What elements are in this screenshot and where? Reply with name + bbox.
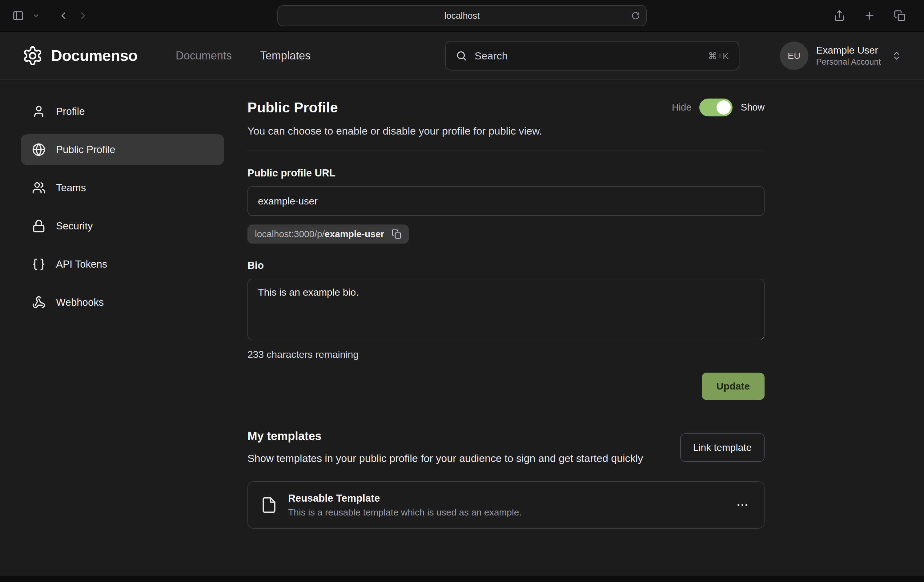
browser-sidebar-chevron-icon[interactable] [30, 10, 42, 21]
user-name: Example User [816, 44, 881, 57]
update-button[interactable]: Update [702, 373, 764, 400]
browser-address-bar[interactable]: localhost [277, 5, 647, 26]
users-icon [32, 181, 46, 195]
copy-icon[interactable] [391, 229, 401, 239]
browser-chrome: localhost [0, 0, 924, 32]
search-placeholder: Search [475, 50, 508, 62]
sidebar-item-teams[interactable]: Teams [21, 172, 224, 203]
toggle-knob [716, 100, 731, 114]
documenso-logo-icon [22, 45, 43, 66]
template-name: Reusable Template [288, 493, 522, 504]
nav-documents[interactable]: Documents [176, 49, 232, 62]
chevrons-up-down-icon [891, 51, 902, 61]
browser-forward-icon[interactable] [75, 8, 91, 24]
avatar: EU [780, 41, 808, 70]
sidebar-item-public-profile[interactable]: Public Profile [21, 134, 224, 165]
profile-visibility-toggle[interactable] [699, 99, 733, 116]
profile-url-input[interactable] [248, 186, 764, 216]
template-card[interactable]: Reusable Template This is a reusable tem… [248, 481, 764, 529]
braces-icon [32, 258, 46, 271]
bio-label: Bio [248, 260, 764, 271]
user-account-type: Personal Account [816, 57, 881, 68]
brand[interactable]: Documenso [22, 45, 138, 66]
new-tab-icon[interactable] [861, 7, 878, 24]
link-template-button[interactable]: Link template [680, 433, 764, 462]
brand-name: Documenso [51, 47, 138, 64]
divider [248, 150, 764, 151]
public-url-prefix: localhost:3000/p/ [255, 229, 325, 239]
globe-icon [32, 143, 46, 156]
browser-url-text: localhost [444, 11, 480, 21]
characters-remaining: 233 characters remaining [248, 349, 764, 360]
toggle-hide-label: Hide [672, 102, 691, 113]
sidebar-item-webhooks[interactable]: Webhooks [21, 287, 224, 318]
ellipsis-icon[interactable] [733, 496, 752, 514]
screen: localhost Documenso Documents Templates [0, 0, 924, 582]
tab-overview-icon[interactable] [891, 7, 908, 24]
page-subtitle: You can choose to enable or disable your… [248, 125, 764, 137]
bio-textarea[interactable]: This is an example bio. [248, 279, 764, 340]
app-body: Profile Public Profile Teams Security AP… [0, 80, 924, 529]
user-icon [32, 105, 46, 118]
lock-icon [32, 219, 46, 233]
page-title: Public Profile [248, 99, 338, 116]
sidebar-item-security[interactable]: Security [21, 211, 224, 241]
search-icon [455, 50, 467, 61]
my-templates-title: My templates [248, 430, 643, 443]
browser-back-icon[interactable] [55, 8, 71, 24]
profile-url-label: Public profile URL [248, 167, 764, 179]
user-menu[interactable]: EU Example User Personal Account [780, 41, 902, 70]
reload-icon[interactable] [631, 12, 640, 20]
browser-sidebar-toggle-icon[interactable] [10, 7, 26, 24]
search-shortcut: ⌘+K [708, 51, 729, 61]
app-header: Documenso Documents Templates Search ⌘+K… [0, 32, 924, 80]
webhook-icon [32, 296, 46, 309]
settings-sidebar: Profile Public Profile Teams Security AP… [21, 96, 224, 529]
main-nav: Documents Templates [176, 49, 310, 62]
window-bottom-edge [0, 576, 924, 582]
file-icon [261, 496, 278, 514]
sidebar-item-profile[interactable]: Profile [21, 96, 224, 127]
public-url-slug: example-user [325, 229, 384, 239]
public-url-pill: localhost:3000/p/example-user [248, 225, 409, 243]
search-input[interactable]: Search ⌘+K [445, 41, 739, 71]
main-content: Public Profile Hide Show You can choose … [248, 96, 764, 529]
nav-templates[interactable]: Templates [260, 49, 310, 62]
toggle-show-label: Show [741, 102, 764, 113]
share-icon[interactable] [831, 7, 848, 24]
sidebar-item-api-tokens[interactable]: API Tokens [21, 249, 224, 279]
template-description: This is a reusable template which is use… [288, 507, 522, 518]
my-templates-description: Show templates in your public profile fo… [248, 450, 643, 466]
